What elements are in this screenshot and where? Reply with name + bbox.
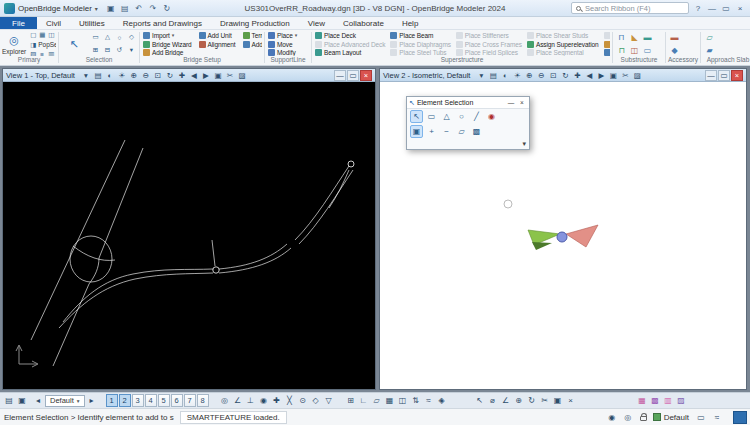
rotate-acs-icon[interactable]: ↻ xyxy=(526,394,538,407)
method-line-icon[interactable]: ╱ xyxy=(470,110,483,123)
place-wingwall-icon[interactable]: ◣ xyxy=(628,32,641,43)
pointer-tool-icon[interactable]: ↖ xyxy=(474,394,486,407)
restore-view-icon[interactable]: ▭ xyxy=(718,70,730,81)
selection-options-icon[interactable]: ▾ xyxy=(128,46,136,54)
view1-titlebar[interactable]: View 1 - Top, Default ▾▤◐☀⊕⊖⊡↻✚◀▶▣✂▨ —▭× xyxy=(3,69,375,82)
place-cross-frames-button[interactable]: Place Cross Frames xyxy=(455,40,523,49)
mode-new-icon[interactable]: ▣ xyxy=(410,125,423,138)
unit-lock-icon[interactable]: ◫ xyxy=(397,394,409,407)
close-view-icon[interactable]: × xyxy=(360,70,372,81)
zoom-in-icon[interactable]: ⊕ xyxy=(523,69,535,81)
place-advanced-deck-button[interactable]: Place Advanced Deck xyxy=(314,40,386,49)
mode-overlap-icon[interactable]: ▩ xyxy=(470,125,483,138)
adjust-brightness-icon[interactable]: ☀ xyxy=(116,69,128,81)
add-bridge-button[interactable]: Add Bridge xyxy=(142,48,195,56)
point-cloud-icon[interactable]: ▦ xyxy=(636,394,648,407)
tab-collaborate[interactable]: Collaborate xyxy=(334,17,393,29)
tab-file[interactable]: File xyxy=(0,17,37,29)
minimize-view-icon[interactable]: — xyxy=(334,70,346,81)
fence-circle-icon[interactable]: ○ xyxy=(116,33,124,41)
rotate-view-icon[interactable]: ↻ xyxy=(164,69,176,81)
clip-volume-icon[interactable]: ✂ xyxy=(224,69,236,81)
place-approach-slab-icon[interactable]: ▱ xyxy=(703,32,716,43)
sync-icon[interactable]: ↻ xyxy=(161,2,173,14)
task-navigation-icon[interactable]: ▣ xyxy=(16,394,28,407)
assign-superelevation-button[interactable]: Assign Superelevation xyxy=(526,40,600,49)
copy-icon[interactable]: ▣ xyxy=(552,394,564,407)
ortho-lock-icon[interactable]: ∟ xyxy=(358,394,370,407)
view-next-icon[interactable]: ▶ xyxy=(200,69,212,81)
view1-canvas[interactable] xyxy=(3,82,375,389)
new-file-icon[interactable]: ▢ xyxy=(29,31,37,39)
adjust-brightness-icon[interactable]: ☀ xyxy=(511,69,523,81)
view-attributes-icon[interactable]: ▤ xyxy=(487,69,499,81)
beam-layout-button[interactable]: Beam Layout xyxy=(314,48,386,56)
ribbon-search-input[interactable]: Search Ribbon (F4) xyxy=(571,2,689,14)
dialog-close-icon[interactable]: × xyxy=(517,98,527,108)
mode-inside-icon[interactable]: ▱ xyxy=(455,125,468,138)
clip-volume-icon[interactable]: ✂ xyxy=(619,69,631,81)
style-next-icon[interactable]: ▸ xyxy=(86,394,98,407)
acs-plane-snap-icon[interactable]: ∠ xyxy=(232,394,244,407)
place-pier-icon[interactable]: Π xyxy=(615,32,628,43)
fence-shape-icon[interactable]: △ xyxy=(104,33,112,41)
view-toggle-button[interactable]: 7 xyxy=(184,394,196,407)
place-diaphragms-button[interactable]: Place Diaphragms xyxy=(389,40,452,49)
minimize-view-icon[interactable]: — xyxy=(705,70,717,81)
place-barrier-icon[interactable]: ▬ xyxy=(668,32,681,43)
depth-lock-icon[interactable]: ≈ xyxy=(423,394,435,407)
rotate-view-icon[interactable]: ↻ xyxy=(559,69,571,81)
undo-icon[interactable]: ↶ xyxy=(133,2,145,14)
alignment-button[interactable]: Alignment xyxy=(198,40,239,49)
element-selection-dialog-titlebar[interactable]: ↖ Element Selection —× xyxy=(407,97,529,109)
popset-button[interactable]: ◨PopSet xyxy=(29,41,56,50)
xy-input-icon[interactable]: ⊕ xyxy=(513,394,525,407)
print-icon[interactable]: ▤ xyxy=(119,2,131,14)
method-circle-icon[interactable]: ○ xyxy=(455,110,468,123)
view-toggle-button[interactable]: 2 xyxy=(119,394,131,407)
app-name[interactable]: OpenBridge Modeler xyxy=(18,4,92,13)
place-shear-studs-button[interactable]: Place Shear Studs xyxy=(526,31,600,40)
view-toggle-button[interactable]: 5 xyxy=(158,394,170,407)
open-dialogs-icon[interactable]: ▤ xyxy=(3,394,15,407)
view-previous-icon[interactable]: ◀ xyxy=(583,69,595,81)
fence-status-icon[interactable]: ≈ xyxy=(711,411,723,424)
bridge-wizard-button[interactable]: Bridge Wizard xyxy=(142,40,195,49)
snap-mode-status-icon[interactable]: ◎ xyxy=(622,411,634,424)
closure-button[interactable]: Closure xyxy=(603,31,610,40)
add-multi-units-button[interactable]: Add Multi-Units xyxy=(242,40,262,49)
fit-view-icon[interactable]: ⊡ xyxy=(547,69,559,81)
view-toggle-button[interactable]: 8 xyxy=(197,394,209,407)
clip-mask-icon[interactable]: ▨ xyxy=(631,69,643,81)
style-previous-icon[interactable]: ◂ xyxy=(32,394,44,407)
save-icon[interactable]: ▣ xyxy=(105,2,117,14)
zoom-out-icon[interactable]: ⊖ xyxy=(535,69,547,81)
mode-subtract-icon[interactable]: − xyxy=(440,125,453,138)
annotation-scale-icon[interactable]: ▱ xyxy=(371,394,383,407)
view-tools-menu-icon[interactable]: ▾ xyxy=(475,69,487,81)
dialog-expand-icon[interactable]: ▾ xyxy=(522,140,526,148)
place-beam-button[interactable]: Place Beam xyxy=(389,31,452,40)
view-previous-icon[interactable]: ◀ xyxy=(188,69,200,81)
place-cap-icon[interactable]: ▭ xyxy=(641,45,654,56)
place-deck-button[interactable]: Place Deck xyxy=(314,31,386,40)
mode-add-icon[interactable]: + xyxy=(425,125,438,138)
fit-view-icon[interactable]: ⊡ xyxy=(152,69,164,81)
cut-icon[interactable]: ✂ xyxy=(539,394,551,407)
selection-set-status-icon[interactable]: ▭ xyxy=(695,411,707,424)
view2-canvas[interactable]: ↖ Element Selection —× ↖▭△○╱◉ ▣+−▱▩ ▾ xyxy=(380,82,746,389)
place-supportline-button[interactable]: Place▾ xyxy=(267,31,299,40)
approach-slab-layout-icon[interactable]: ▰ xyxy=(703,45,716,56)
close-window-icon[interactable]: × xyxy=(734,2,746,14)
snap-center-icon[interactable]: ⊙ xyxy=(297,394,309,407)
fence-element-icon[interactable]: ◇ xyxy=(128,33,136,41)
zoom-out-icon[interactable]: ⊖ xyxy=(140,69,152,81)
method-shape-icon[interactable]: △ xyxy=(440,110,453,123)
place-foundation-icon[interactable]: ▬ xyxy=(641,32,654,43)
view2-titlebar[interactable]: View 2 - Isometric, Default ▾▤◐☀⊕⊖⊡↻✚◀▶▣… xyxy=(380,69,746,82)
tab-civil[interactable]: Civil xyxy=(37,17,70,29)
dialog-minimize-icon[interactable]: — xyxy=(506,98,516,108)
import-button[interactable]: Import▾ xyxy=(142,31,195,40)
display-style-icon[interactable]: ◐ xyxy=(104,69,116,81)
close-view-icon[interactable]: × xyxy=(731,70,743,81)
